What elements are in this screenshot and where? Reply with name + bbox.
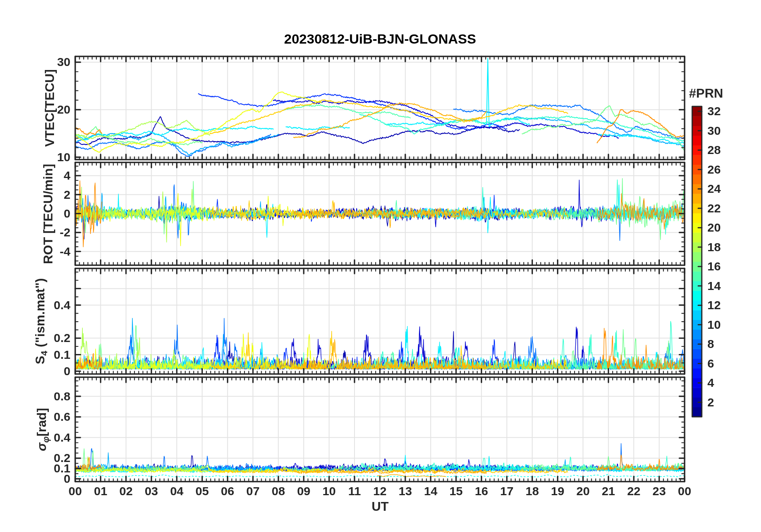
x-tick-label: 21 <box>602 484 615 498</box>
y-tick-label: 20 <box>57 103 70 116</box>
y-tick-label: 10 <box>57 150 70 164</box>
x-tick-label: 17 <box>500 484 513 498</box>
x-tick-label: 00 <box>678 484 691 498</box>
x-tick-label: 10 <box>322 484 336 498</box>
x-tick-label: 20 <box>576 484 589 498</box>
y-tick-label: 0.6 <box>54 410 70 424</box>
x-tick-label: 08 <box>272 484 285 498</box>
y-axis-label-vtec: VTEC[TECU] <box>42 69 57 147</box>
x-tick-label: 16 <box>475 484 488 498</box>
x-tick-label: 04 <box>170 484 183 498</box>
y-tick-label: 0.4 <box>54 431 70 444</box>
y-tick-label: 0.1 <box>54 348 70 362</box>
x-tick-label: 02 <box>119 484 132 498</box>
colorbar-tick-label: 12 <box>707 298 721 312</box>
x-tick-label: 13 <box>399 484 412 498</box>
colorbar-title: #PRN <box>689 86 723 101</box>
x-tick-label: 23 <box>653 484 666 498</box>
colorbar-tick-label: 8 <box>707 337 714 351</box>
colorbar-tick-label: 22 <box>707 202 721 215</box>
x-tick-label: 14 <box>424 484 437 498</box>
y-tick-label: -2 <box>60 226 70 239</box>
x-axis-label: UT <box>372 499 389 514</box>
y-tick-label: 0.8 <box>54 390 70 403</box>
x-tick-label: 18 <box>526 484 539 498</box>
colorbar-tick-label: 10 <box>707 318 721 332</box>
colorbar-tick-label: 20 <box>707 221 721 234</box>
colorbar-tick-label: 4 <box>707 376 714 390</box>
x-tick-label: 01 <box>94 484 107 498</box>
x-tick-label: 07 <box>246 484 260 498</box>
y-tick-label: 0 <box>64 364 70 378</box>
x-tick-label: 00 <box>68 484 82 498</box>
plot-canvas <box>0 0 761 532</box>
y-tick-label: 0 <box>64 207 70 220</box>
x-tick-label: 12 <box>373 484 387 498</box>
x-tick-label: 05 <box>196 484 209 498</box>
y-tick-label: 30 <box>57 55 70 69</box>
y-tick-label: 2 <box>64 188 70 202</box>
x-tick-label: 19 <box>551 484 564 498</box>
colorbar-tick-label: 32 <box>707 104 721 118</box>
colorbar-tick-label: 14 <box>707 279 721 293</box>
colorbar-tick-label: 2 <box>707 396 714 409</box>
x-tick-label: 15 <box>449 484 463 498</box>
y-tick-label: 0.4 <box>54 298 70 312</box>
x-tick-label: 03 <box>145 484 158 498</box>
x-tick-label: 11 <box>348 484 361 498</box>
y-tick-label: 4 <box>64 169 70 182</box>
figure: 20230812-UiB-BJN-GLONASS UT #PRN 0001020… <box>0 0 761 532</box>
y-axis-label-s4: S4 ("ism.mat") <box>33 278 50 364</box>
colorbar-tick-label: 18 <box>707 240 721 254</box>
y-axis-label-rot: ROT [TECU/min] <box>41 164 56 264</box>
y-axis-label-sigma_phi: σφ[rad] <box>34 408 51 451</box>
x-tick-label: 22 <box>627 484 640 498</box>
y-tick-label: 0.2 <box>54 331 70 345</box>
y-tick-label: 0.2 <box>54 451 70 465</box>
colorbar-tick-label: 24 <box>707 182 721 196</box>
chart-title: 20230812-UiB-BJN-GLONASS <box>284 31 476 47</box>
colorbar-tick-label: 16 <box>707 260 721 273</box>
colorbar-tick-label: 30 <box>707 124 721 138</box>
x-tick-label: 06 <box>221 484 234 498</box>
colorbar-tick-label: 26 <box>707 163 721 176</box>
x-tick-label: 09 <box>297 484 310 498</box>
colorbar-tick-label: 6 <box>707 357 714 370</box>
colorbar-tick-label: 28 <box>707 143 721 157</box>
y-tick-label: -4 <box>60 245 70 258</box>
